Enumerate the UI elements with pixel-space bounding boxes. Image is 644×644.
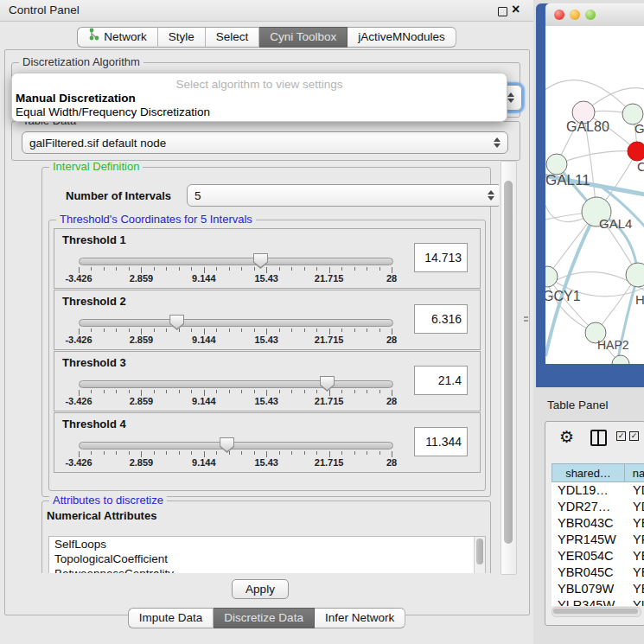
zoom-traffic-light[interactable]	[585, 10, 596, 20]
checkbox-icon[interactable]: ✓	[629, 431, 639, 441]
table-row[interactable]: YPR145WYPR1	[552, 532, 644, 548]
table-data-combobox[interactable]: galFiltered.sif default node	[22, 131, 508, 154]
network-window: GAL80GACGAL11GAL4GCY1HHAP2	[536, 3, 644, 387]
tick-mark	[204, 328, 205, 335]
table-cell: YDL19…	[552, 482, 629, 499]
num-intervals-label: Number of Intervals	[66, 189, 171, 202]
tab-jactivemnodules[interactable]: jActiveMNodules	[348, 27, 456, 48]
network-node[interactable]	[628, 142, 644, 161]
threshold-slider[interactable]	[79, 380, 393, 388]
tick-mark	[79, 267, 80, 273]
tick-mark	[316, 390, 317, 393]
network-node[interactable]	[545, 266, 558, 287]
checkbox-icon[interactable]: ✓	[616, 431, 626, 441]
network-window-titlebar[interactable]	[545, 3, 644, 27]
tick-mark	[329, 267, 330, 273]
tab-select[interactable]: Select	[206, 27, 260, 48]
table-row[interactable]: YBR045CYBR0	[552, 564, 644, 581]
tick-label: 15.43	[254, 396, 278, 406]
tick-mark	[79, 328, 80, 335]
table-row[interactable]: YDR27…YDR2	[552, 499, 644, 515]
tick-mark	[141, 267, 142, 273]
network-node-label: C	[637, 159, 644, 174]
tick-mark	[166, 328, 167, 332]
table-h-scrollbar[interactable]	[552, 607, 641, 617]
tab-infer-network[interactable]: Infer Network	[315, 608, 405, 628]
tab-network[interactable]: Network	[77, 27, 158, 48]
threshold-label: Threshold 2	[62, 295, 126, 308]
close-traffic-light[interactable]	[554, 10, 564, 20]
threshold-value-field[interactable]: 21.4	[414, 366, 468, 395]
tick-mark	[279, 267, 280, 271]
network-node[interactable]	[626, 263, 644, 287]
tick-mark	[116, 267, 117, 271]
table-cell: YBL0	[629, 581, 644, 597]
splitter-grip[interactable]	[524, 316, 528, 323]
tick-mark	[229, 328, 230, 332]
close-icon[interactable]: ×	[512, 2, 520, 17]
list-item[interactable]: BetweennessCentrality	[49, 566, 485, 573]
tick-mark	[367, 328, 367, 332]
minimize-traffic-light[interactable]	[570, 10, 580, 20]
threshold-value-field[interactable]: 11.344	[414, 427, 468, 456]
tick-mark	[279, 390, 280, 393]
threshold-slider[interactable]	[79, 258, 393, 265]
main-scrollbar-thumb[interactable]	[504, 181, 513, 544]
num-intervals-combobox[interactable]: 5	[187, 184, 499, 207]
threshold-slider[interactable]	[79, 442, 393, 450]
table-data-value: galFiltered.sif default node	[29, 137, 166, 150]
tick-label: 28	[386, 396, 397, 406]
table-row[interactable]: YER054CYER0	[552, 548, 644, 564]
tick-mark	[379, 451, 380, 455]
threshold-panel: Threshold 4-3.4262.8599.14415.4321.71528…	[54, 412, 481, 473]
tab-cyni-toolbox[interactable]: Cyni Toolbox	[259, 27, 348, 48]
list-item[interactable]: SelfLoops	[49, 537, 485, 552]
table-row[interactable]: YBL079WYBL0	[552, 581, 644, 597]
table-row[interactable]: YBR043CYBR0	[552, 515, 644, 532]
tick-mark	[341, 451, 342, 455]
tick-mark	[91, 267, 92, 271]
apply-button[interactable]: Apply	[232, 579, 289, 599]
list-item[interactable]: TopologicalCoefficient	[49, 552, 485, 566]
tick-mark	[354, 328, 355, 332]
column-header[interactable]: shared…	[552, 463, 624, 482]
table-h-scrollbar-thumb[interactable]	[553, 609, 638, 614]
tick-label: 9.144	[192, 273, 216, 284]
threshold-label: Threshold 4	[62, 418, 126, 430]
tab-discretize-data[interactable]: Discretize Data	[214, 608, 315, 628]
tick-mark	[204, 451, 205, 457]
dropdown-option[interactable]: Manual Discretization	[15, 92, 504, 105]
tick-mark	[354, 451, 355, 455]
tick-mark	[316, 451, 317, 455]
attributes-list[interactable]: SelfLoopsTopologicalCoefficientBetweenne…	[48, 536, 486, 573]
column-header[interactable]: na	[624, 463, 644, 482]
tab-style[interactable]: Style	[158, 27, 206, 48]
top-tab-strip: NetworkStyleSelectCyni ToolboxjActiveMNo…	[0, 27, 533, 48]
tab-impute-data[interactable]: Impute Data	[128, 608, 214, 628]
main-scrollbar[interactable]	[501, 161, 517, 575]
table-cell: YBR0	[629, 564, 644, 581]
attributes-list-scrollbar[interactable]	[474, 537, 485, 573]
tick-mark	[392, 267, 392, 273]
network-edge[interactable]	[557, 151, 637, 164]
threshold-value-field[interactable]: 6.316	[414, 304, 468, 334]
settings-scroll-viewport: Interval Definition Number of Intervals …	[11, 161, 499, 573]
tick-mark	[179, 390, 180, 393]
network-node-label: H	[635, 292, 644, 307]
network-view-canvas[interactable]: GAL80GACGAL11GAL4GCY1HHAP2	[545, 26, 644, 364]
tick-mark	[91, 451, 92, 455]
columns-icon[interactable]	[590, 430, 607, 446]
tick-mark	[166, 267, 167, 271]
tick-mark	[241, 451, 242, 455]
tick-mark	[341, 390, 342, 393]
tick-mark	[129, 451, 130, 455]
tick-mark	[129, 267, 130, 271]
threshold-slider[interactable]	[79, 319, 393, 327]
gear-icon[interactable]: ⚙	[559, 427, 574, 447]
table-row[interactable]: YDL19…YDL1	[552, 482, 644, 499]
dropdown-option[interactable]: Equal Width/Frequency Discretization	[15, 105, 504, 119]
threshold-value-field[interactable]: 14.713	[414, 243, 468, 272]
numerical-attributes-label: Numerical Attributes	[47, 509, 156, 522]
float-window-icon[interactable]	[498, 7, 507, 16]
table-row[interactable]: YLR345WYLR3	[552, 597, 644, 606]
